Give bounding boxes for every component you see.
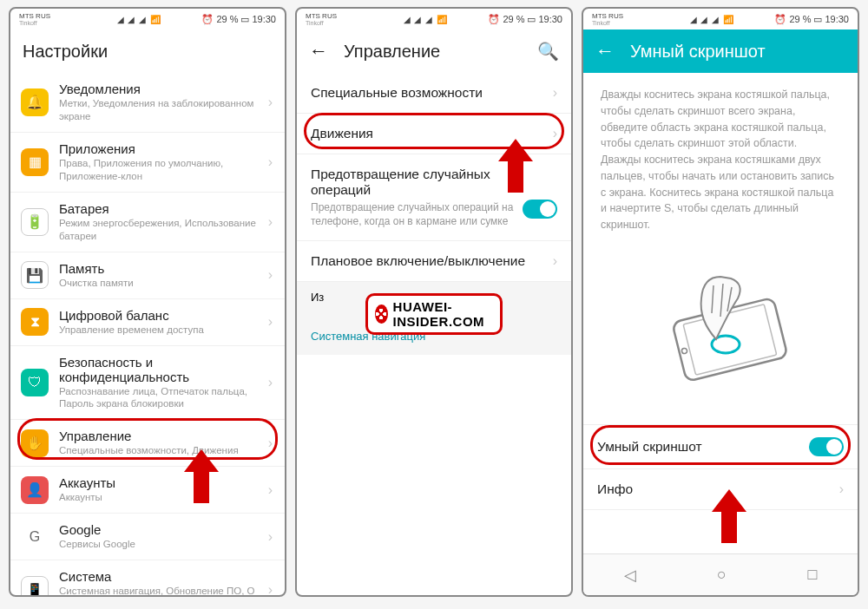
- battery-label: 29 %: [216, 14, 238, 24]
- nav-recent-button[interactable]: □: [807, 566, 817, 584]
- item-title: Безопасность и конфиденциальность: [59, 355, 263, 384]
- item-sub: Сервисы Google: [59, 538, 263, 551]
- settings-item-6[interactable]: ✋УправлениеСпециальные возможности, Движ…: [10, 420, 285, 467]
- chevron-right-icon: ›: [268, 154, 273, 170]
- header: ← Умный скриншот: [583, 29, 858, 73]
- chevron-right-icon: ›: [268, 267, 273, 283]
- settings-item-icon: 🛡: [21, 369, 49, 396]
- item-title: Google: [59, 522, 263, 537]
- item-info[interactable]: Инфо ›: [583, 469, 858, 510]
- battery-icon: ▭: [240, 14, 249, 25]
- settings-item-7[interactable]: 👤АккаунтыАккаунты›: [10, 467, 285, 514]
- settings-item-icon: ⧗: [21, 308, 49, 336]
- status-bar: MTS RUS Tinkoff ◢ ◢ ◢ 📶 ⏰ 29 % ▭ 19:30: [583, 9, 858, 29]
- chevron-right-icon: ›: [268, 375, 273, 390]
- settings-item-icon: 👤: [21, 476, 49, 504]
- carrier-label: MTS RUS: [19, 13, 50, 20]
- status-bar: MTS RUS Tinkoff ◢ ◢ ◢ 📶 ⏰ 29 % ▭ 19:30: [297, 9, 571, 29]
- carrier-label: MTS RUS: [592, 13, 623, 20]
- alarm-icon: ⏰: [774, 14, 786, 25]
- settings-item-9[interactable]: 📱СистемаСистемная навигация, Обновление …: [10, 560, 285, 595]
- alarm-icon: ⏰: [488, 14, 500, 25]
- signal-icons: ◢ ◢ ◢ 📶: [117, 15, 161, 24]
- toggle-switch[interactable]: [523, 200, 557, 219]
- chevron-right-icon: ›: [268, 214, 273, 230]
- time-label: 19:30: [252, 14, 276, 24]
- carrier-sub: Tinkoff: [306, 20, 337, 26]
- settings-item-4[interactable]: ⧗Цифровой балансУправление временем дост…: [10, 299, 285, 346]
- huawei-logo-icon: [375, 304, 388, 324]
- time-label: 19:30: [825, 14, 849, 24]
- settings-item-icon: G: [21, 523, 49, 551]
- page-title: Умный скриншот: [630, 42, 766, 62]
- settings-item-icon: ▦: [21, 148, 49, 176]
- item-sub: Управление временем доступа: [59, 324, 263, 337]
- status-bar: MTS RUS Tinkoff ◢ ◢ ◢ 📶 ⏰ 29 % ▭ 19:30: [10, 9, 285, 29]
- settings-item-icon: 💾: [21, 261, 49, 289]
- toggle-switch[interactable]: [809, 437, 844, 456]
- settings-item-icon: 🔋: [21, 208, 49, 236]
- help-text: Дважды коснитесь экрана костяшкой пальца…: [583, 73, 858, 247]
- item-sub: Системная навигация, Обновление ПО, О те…: [59, 585, 263, 595]
- svg-rect-1: [683, 304, 777, 374]
- carrier-sub: Tinkoff: [592, 20, 623, 26]
- time-label: 19:30: [538, 14, 562, 24]
- battery-icon: ▭: [527, 14, 536, 25]
- item-title: Система: [59, 569, 263, 584]
- chevron-right-icon: ›: [553, 253, 557, 269]
- settings-item-8[interactable]: GGoogleСервисы Google›: [10, 514, 285, 560]
- chevron-right-icon: ›: [553, 126, 557, 141]
- chevron-right-icon: ›: [268, 582, 273, 595]
- item-sub: Распознавание лица, Отпечаток пальца, Па…: [59, 385, 263, 411]
- chevron-right-icon: ›: [268, 529, 273, 545]
- item-title: Уведомления: [59, 82, 263, 96]
- phone-screen-1: MTS RUS Tinkoff ◢ ◢ ◢ 📶 ⏰ 29 % ▭ 19:30 Н…: [9, 7, 286, 597]
- settings-list: 🔔УведомленияМетки, Уведомления на заблок…: [10, 73, 285, 595]
- item-title: Память: [59, 261, 263, 276]
- nav-home-button[interactable]: ○: [717, 566, 727, 584]
- search-button[interactable]: 🔍: [537, 41, 559, 62]
- back-button[interactable]: ←: [595, 40, 615, 62]
- alarm-icon: ⏰: [201, 14, 214, 25]
- svg-point-2: [681, 348, 687, 354]
- item-title: Аккаунты: [59, 475, 263, 490]
- chevron-right-icon: ›: [553, 85, 557, 101]
- item-sub: Права, Приложения по умолчанию, Приложен…: [59, 157, 263, 183]
- chevron-right-icon: ›: [268, 482, 273, 498]
- item-sub: Очистка памяти: [59, 277, 263, 290]
- chevron-right-icon: ›: [268, 95, 273, 110]
- item-scheduled-power[interactable]: Плановое включение/выключение ›: [297, 241, 571, 282]
- item-prevent-accidental[interactable]: Предотвращение случайных операций Предот…: [297, 154, 571, 241]
- page-title: Управление: [344, 42, 522, 62]
- item-title: Батарея: [59, 201, 263, 216]
- chevron-right-icon: ›: [268, 314, 273, 330]
- settings-item-0[interactable]: 🔔УведомленияМетки, Уведомления на заблок…: [10, 73, 285, 133]
- chevron-right-icon: ›: [268, 435, 273, 451]
- phone-screen-3: MTS RUS Tinkoff ◢ ◢ ◢ 📶 ⏰ 29 % ▭ 19:30 ←…: [582, 7, 859, 597]
- item-sub: Режим энергосбережения, Использование ба…: [59, 217, 263, 243]
- item-accessibility[interactable]: Специальные возможности ›: [297, 73, 571, 114]
- item-title: Приложения: [59, 141, 263, 156]
- item-smart-screenshot-toggle[interactable]: Умный скриншот: [583, 424, 858, 469]
- signal-icons: ◢ ◢ ◢ 📶: [690, 15, 734, 24]
- watermark-badge: HUAWEI-INSIDER.COM: [365, 293, 503, 335]
- battery-icon: ▭: [813, 14, 822, 25]
- settings-item-5[interactable]: 🛡Безопасность и конфиденциальностьРаспоз…: [10, 346, 285, 421]
- nav-back-button[interactable]: ◁: [624, 566, 636, 585]
- chevron-right-icon: ›: [839, 481, 844, 497]
- settings-item-icon: 📱: [21, 576, 49, 595]
- android-navbar: ◁ ○ □: [583, 553, 858, 595]
- item-title: Управление: [59, 429, 263, 443]
- settings-item-3[interactable]: 💾ПамятьОчистка памяти›: [10, 252, 285, 299]
- settings-item-1[interactable]: ▦ПриложенияПрава, Приложения по умолчани…: [10, 133, 285, 193]
- battery-label: 29 %: [789, 14, 811, 24]
- item-motions[interactable]: Движения ›: [297, 114, 571, 154]
- settings-item-2[interactable]: 🔋БатареяРежим энергосбережения, Использо…: [10, 193, 285, 252]
- item-title: Цифровой баланс: [59, 308, 263, 323]
- back-button[interactable]: ←: [309, 40, 328, 62]
- page-title: Настройки: [10, 29, 285, 73]
- carrier-sub: Tinkoff: [19, 20, 50, 26]
- gesture-illustration: [634, 259, 807, 390]
- item-sub: Аккаунты: [59, 491, 263, 504]
- settings-item-icon: ✋: [21, 429, 49, 457]
